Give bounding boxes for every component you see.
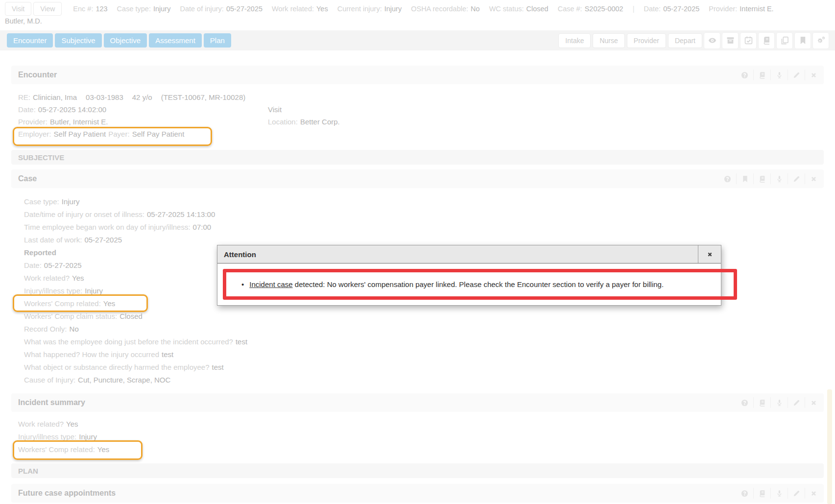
- close-icon[interactable]: [805, 173, 822, 184]
- incident-summary-title: Incident summary: [18, 398, 85, 407]
- settings-gears-icon[interactable]: [812, 32, 829, 49]
- encounter-re-line: RE: Clinician, Ima 03-03-1983 42 y/o (TE…: [11, 91, 824, 103]
- edit-pencil-icon[interactable]: [787, 70, 805, 80]
- edit-pencil-icon[interactable]: [787, 488, 805, 499]
- employer-value: Self Pay Patient: [54, 130, 106, 138]
- book-icon[interactable]: [753, 173, 770, 184]
- case-row: What object or substance directly harmed…: [11, 360, 824, 373]
- microphone-icon[interactable]: [770, 488, 787, 499]
- patient-name: Clinician, Ima: [33, 93, 77, 101]
- case-row: Cause of Injury:Cut, Puncture, Scrape, N…: [11, 373, 824, 386]
- calendar-check-icon[interactable]: [740, 32, 757, 49]
- ehr-screen: Visit View Enc #:123 Case type:Injury Da…: [0, 0, 835, 504]
- eye-icon[interactable]: [704, 32, 720, 49]
- visit-button[interactable]: Visit: [5, 2, 31, 16]
- close-icon[interactable]: [805, 397, 822, 408]
- incident-row: Work related?Yes: [11, 417, 824, 430]
- book-icon[interactable]: [753, 70, 770, 80]
- copy-icon[interactable]: [776, 32, 793, 49]
- employer-label: Employer:: [18, 130, 51, 138]
- case-row: Record Only:No: [11, 322, 824, 335]
- date-of-injury-label: Date of injury:: [180, 5, 223, 13]
- tab-assessment[interactable]: Assessment: [149, 33, 202, 48]
- case-row: Time employee began work on day of injur…: [11, 220, 824, 233]
- bookmark-icon[interactable]: [794, 32, 811, 49]
- header-date-value: 05-27-2025: [663, 5, 699, 13]
- encounter-provider-value: Butler, Internist E.: [50, 118, 108, 126]
- osha-recordable-value: No: [471, 5, 480, 13]
- help-icon[interactable]: [736, 70, 753, 80]
- close-icon[interactable]: [805, 70, 822, 80]
- payer-label: Payer:: [108, 130, 129, 138]
- date-of-injury-field: Date of injury:05-27-2025: [180, 5, 262, 13]
- case-header-line1: Visit View Enc #:123 Case type:Injury Da…: [5, 1, 774, 16]
- case-section-icons: [719, 172, 822, 185]
- future-appointments-title: Future case appointments: [18, 489, 116, 498]
- wc-status-field: WC status:Closed: [489, 5, 549, 13]
- close-icon[interactable]: [805, 488, 822, 499]
- header-date-field: Date:05-27-2025: [644, 5, 699, 13]
- location-field: Location:Better Corp.: [268, 118, 340, 126]
- re-label: RE:: [18, 93, 30, 101]
- plan-band: PLAN: [11, 463, 824, 478]
- nurse-button[interactable]: Nurse: [593, 33, 624, 48]
- encounter-employer-row: Employer: Self Pay Patient Payer: Self P…: [11, 128, 824, 140]
- case-row: Date/time of injury or onset of illness:…: [11, 208, 824, 220]
- case-row: Last date of work:05-27-2025: [11, 233, 824, 246]
- microphone-icon[interactable]: [770, 173, 787, 184]
- tab-objective[interactable]: Objective: [104, 33, 147, 48]
- tab-plan[interactable]: Plan: [204, 33, 231, 48]
- book-icon[interactable]: [753, 488, 770, 499]
- work-related-value: Yes: [316, 5, 328, 13]
- edit-pencil-icon[interactable]: [787, 397, 805, 408]
- case-section-title: Case: [18, 174, 37, 183]
- tab-encounter[interactable]: Encounter: [7, 33, 53, 48]
- header-date-label: Date:: [644, 5, 661, 13]
- microphone-icon[interactable]: [770, 70, 787, 80]
- incident-summary-body: Work related?Yes Injury/illness type:Inj…: [11, 417, 824, 456]
- provider-button[interactable]: Provider: [627, 33, 666, 48]
- work-related-field: Work related:Yes: [272, 5, 328, 13]
- encounter-date-row: Date: 05-27-2025 14:02:00 Visit: [11, 103, 824, 116]
- modal-close-icon[interactable]: [698, 245, 721, 263]
- book-icon[interactable]: [753, 397, 770, 408]
- bullet-marker: •: [241, 280, 244, 288]
- tab-subjective[interactable]: Subjective: [55, 33, 101, 48]
- attention-modal-body: • Incident case detected: No workers' co…: [217, 264, 721, 305]
- archive-icon[interactable]: [722, 32, 739, 49]
- incident-row: Injury/illness type:Injury: [11, 430, 824, 443]
- encounter-section-header: Encounter: [11, 66, 824, 84]
- encounter-provider-label: Provider:: [18, 118, 48, 126]
- case-row: What happened? How the injury occurredte…: [11, 348, 824, 360]
- work-related-label: Work related:: [272, 5, 314, 13]
- incident-case-link[interactable]: Incident case: [249, 280, 292, 288]
- alert-message: Incident case detected: No workers' comp…: [249, 280, 664, 288]
- view-button[interactable]: View: [33, 2, 62, 16]
- edit-pencil-icon[interactable]: [787, 173, 805, 184]
- enc-number-label: Enc #:: [73, 5, 93, 13]
- book-icon[interactable]: [758, 32, 775, 49]
- patient-age: 42 y/o: [132, 93, 152, 101]
- enc-number-value: 123: [95, 5, 107, 13]
- visit-label: Visit: [268, 105, 282, 114]
- incident-summary-icons: [736, 396, 822, 409]
- case-type-label: Case type:: [117, 5, 151, 13]
- encounter-body: RE: Clinician, Ima 03-03-1983 42 y/o (TE…: [11, 91, 824, 140]
- microphone-icon[interactable]: [770, 397, 787, 408]
- case-header-bar: Visit View Enc #:123 Case type:Injury Da…: [0, 0, 835, 28]
- encounter-date-label: Date:: [18, 105, 36, 114]
- subjective-band: SUBJECTIVE: [11, 150, 824, 165]
- case-number-value: S2025-0002: [585, 5, 623, 13]
- date-of-injury-value: 05-27-2025: [226, 5, 262, 13]
- help-icon[interactable]: [736, 488, 753, 499]
- help-icon[interactable]: [719, 173, 736, 184]
- encounter-date-value: 05-27-2025 14:02:00: [38, 105, 106, 114]
- current-injury-value: Injury: [384, 5, 402, 13]
- future-appointments-section-header: Future case appointments: [11, 484, 824, 503]
- alert-message-rest: detected: No workers' compensation payer…: [293, 280, 664, 288]
- note-toolbar: Encounter Subjective Objective Assessmen…: [0, 30, 835, 50]
- help-icon[interactable]: [736, 397, 753, 408]
- depart-button[interactable]: Depart: [668, 33, 702, 48]
- bookmark-icon[interactable]: [736, 173, 753, 184]
- intake-button[interactable]: Intake: [558, 33, 591, 48]
